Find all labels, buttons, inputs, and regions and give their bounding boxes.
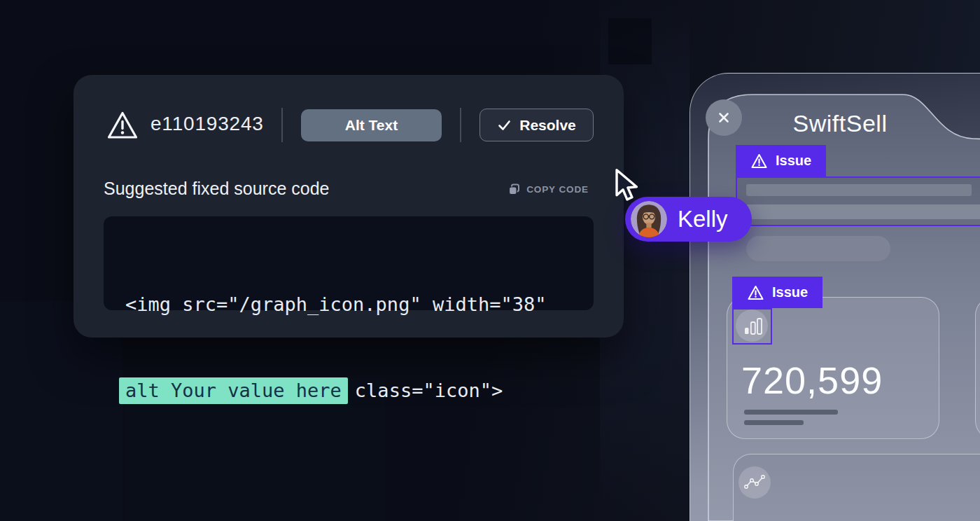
checkmark-icon	[497, 118, 512, 132]
error-code: e110193243	[150, 113, 264, 135]
code-line-2-rest: class="icon">	[355, 380, 503, 401]
resolve-label: Resolve	[519, 117, 576, 134]
skeleton-pill	[746, 236, 890, 261]
collaborator-cursor-icon	[610, 167, 643, 205]
site-title: SwiftSell	[770, 110, 910, 137]
alt-value-placeholder[interactable]: alt Your value here	[119, 377, 348, 404]
close-button[interactable]	[706, 99, 742, 136]
stat-card-partial	[975, 297, 980, 439]
resolve-button[interactable]: Resolve	[479, 109, 594, 141]
copy-code-button[interactable]: COPY CODE	[503, 182, 593, 197]
collaborator-pill: Kelly	[625, 197, 752, 242]
screenshot-root: e110193243 Alt Text Resolve Suggested fi…	[0, 0, 980, 521]
copy-icon	[507, 183, 521, 196]
issue-badge-label: Issue	[776, 153, 811, 169]
code-line-2: alt Your value hereclass="icon">	[125, 376, 594, 405]
warning-triangle-icon	[750, 153, 768, 169]
skeleton-bar	[746, 204, 980, 219]
accessibility-issue-panel: e110193243 Alt Text Resolve Suggested fi…	[74, 75, 624, 338]
issue-badge-1[interactable]: Issue	[736, 145, 826, 176]
warning-triangle-icon	[747, 284, 764, 301]
code-block: <img src="/graph_icon.png" width="38" al…	[104, 216, 594, 310]
code-line-1: <img src="/graph_icon.png" width="38"	[125, 290, 594, 319]
issue-highlight-square	[732, 308, 772, 345]
collaborator-name: Kelly	[678, 206, 728, 232]
copy-code-label: COPY CODE	[526, 184, 589, 195]
stat-value: 720,599	[741, 359, 883, 402]
line-chart-icon	[738, 466, 771, 499]
divider	[460, 108, 461, 142]
divider	[281, 108, 283, 142]
issue-badge-label: Issue	[772, 284, 808, 300]
warning-triangle-icon	[106, 109, 139, 144]
collaborator-avatar	[631, 201, 667, 237]
skeleton-bar	[746, 184, 972, 196]
alt-text-button[interactable]: Alt Text	[301, 109, 442, 141]
skeleton-bar-small	[744, 420, 804, 425]
close-icon	[716, 110, 732, 125]
skeleton-bar-small	[744, 410, 838, 415]
section-title: Suggested fixed source code	[104, 179, 329, 199]
background-block	[608, 18, 652, 64]
issue-badge-2[interactable]: Issue	[732, 277, 822, 308]
